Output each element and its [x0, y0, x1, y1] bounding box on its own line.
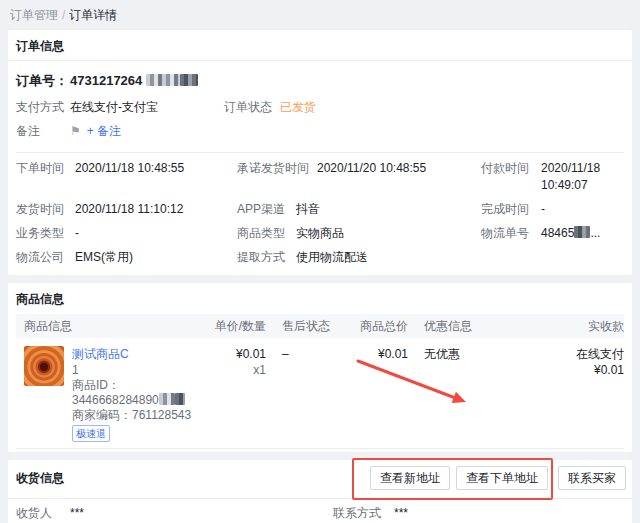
app-channel-label: APP渠道: [237, 201, 288, 218]
aftersale-status-cell: –: [266, 346, 348, 442]
product-type-label: 商品类型: [237, 225, 288, 242]
delivery-buttons: 查看新地址 查看下单地址 联系买家: [370, 466, 626, 490]
product-thumbnail[interactable]: [24, 346, 64, 386]
view-order-address-button[interactable]: 查看下单地址: [456, 466, 548, 490]
promise-ship-time-value: 2020/11/20 10:48:55: [317, 160, 426, 177]
unit-price-qty-cell: ¥0.01 x1: [206, 346, 266, 442]
redacted-tracking-no-block: [574, 226, 590, 238]
pay-time-field: 付款时间 2020/11/18 10:49:07: [481, 156, 624, 197]
receiver-value: ***: [70, 505, 84, 522]
remark-row: 备注 ⚑ + 备注: [16, 123, 624, 140]
product-name-link[interactable]: 测试商品C: [72, 346, 206, 363]
complete-time-field: 完成时间 -: [481, 197, 624, 221]
delivery-info-panel: 收货信息 查看新地址 查看下单地址 联系买家 收货人 *** 联系方式 *** …: [8, 460, 632, 523]
contact-value: ***: [394, 505, 408, 522]
receiver-label: 收货人: [16, 505, 66, 522]
receiver-field: 收货人 ***: [16, 501, 333, 523]
product-table-header: 商品信息 单价/数量 售后状态 商品总价 优惠信息 实收款: [16, 314, 624, 338]
pickup-method-value: 使用物流配送: [296, 249, 368, 266]
order-number-value: 4731217264: [70, 73, 142, 88]
total-price-cell: ¥0.01: [348, 346, 408, 442]
col-header-paid-amount: 实收款: [498, 314, 624, 338]
product-id-line: 商品ID：3446668284890: [72, 378, 206, 408]
redacted-order-number-block: [146, 74, 180, 86]
view-new-address-button[interactable]: 查看新地址: [370, 466, 450, 490]
col-header-product-info: 商品信息: [16, 314, 206, 338]
product-cell: 测试商品C 1 商品ID：3446668284890 商家编码：76112854…: [16, 346, 206, 442]
payment-type: 在线支付: [498, 346, 624, 362]
order-number-line: 订单号：4731217264: [16, 72, 624, 90]
contact-label: 联系方式: [333, 505, 381, 522]
payment-method-value: 在线支付-支付宝: [70, 99, 158, 116]
tracking-no-label: 物流单号: [481, 225, 529, 242]
order-time-value: 2020/11/18 10:48:55: [75, 160, 184, 177]
order-status-label: 订单状态: [224, 99, 272, 116]
order-status-badge: 已发货: [280, 99, 316, 116]
payment-method-field: 支付方式 在线支付-支付宝: [16, 99, 224, 116]
order-time-label: 下单时间: [16, 160, 67, 177]
breadcrumb-order-management[interactable]: 订单管理: [10, 8, 58, 22]
complete-time-value: -: [541, 201, 545, 218]
delivery-info-title: 收货信息: [16, 470, 370, 487]
payment-method-label: 支付方式: [16, 99, 66, 116]
paid-amount: ¥0.01: [498, 362, 624, 378]
discount-cell: 无优惠: [408, 346, 498, 442]
delivery-info-header: 收货信息 查看新地址 查看下单地址 联系买家: [8, 460, 632, 498]
unit-price: ¥0.01: [206, 346, 266, 362]
complete-time-label: 完成时间: [481, 201, 529, 218]
redacted-product-id-block: [175, 393, 185, 405]
highlighted-buttons: 查看新地址 查看下单地址: [370, 466, 548, 490]
promise-ship-time-field: 承诺发货时间 2020/11/20 10:48:55: [237, 156, 481, 197]
divider: [16, 448, 624, 452]
col-header-unit-price-qty: 单价/数量: [206, 314, 266, 338]
business-type-label: 业务类型: [16, 225, 67, 242]
col-header-aftersale-status: 售后状态: [266, 314, 348, 338]
app-channel-value: 抖音: [296, 201, 320, 218]
breadcrumb-order-detail: 订单详情: [69, 8, 117, 22]
business-type-field: 业务类型 -: [16, 221, 237, 245]
logistics-company-field: 物流公司 EMS(常用): [16, 245, 237, 269]
pay-time-label: 付款时间: [481, 160, 529, 177]
pay-time-value: 2020/11/18 10:49:07: [541, 160, 624, 194]
paid-amount-cell: 在线支付 ¥0.01: [498, 346, 624, 442]
pickup-method-label: 提取方式: [237, 249, 288, 266]
order-info-title: 订单信息: [8, 30, 632, 61]
promise-ship-time-label: 承诺发货时间: [237, 160, 309, 177]
order-status-field: 订单状态 已发货: [224, 99, 316, 116]
merchant-code-line: 商家编码：761128543: [72, 408, 206, 423]
order-info-panel: 订单信息 订单号：4731217264 支付方式 在线支付-支付宝 订单状态 已…: [8, 30, 632, 275]
product-info-title: 商品信息: [8, 283, 632, 314]
divider: [8, 498, 632, 499]
remark-field: 备注 ⚑ + 备注: [16, 123, 224, 140]
logistics-company-value: EMS(常用): [75, 249, 133, 266]
redacted-product-id-block: [159, 393, 175, 405]
col-header-total-price: 商品总价: [348, 314, 408, 338]
ship-time-label: 发货时间: [16, 201, 67, 218]
fast-refund-tag: 极速退: [72, 425, 110, 442]
contact-buyer-button[interactable]: 联系买家: [558, 466, 626, 490]
product-table: 商品信息 单价/数量 售后状态 商品总价 优惠信息 实收款 测试商品C 1 商品…: [8, 314, 632, 442]
breadcrumb: 订单管理/订单详情: [0, 0, 640, 30]
tracking-no-field: 物流单号 48465...: [481, 221, 624, 245]
order-info-body: 订单号：4731217264 支付方式 在线支付-支付宝 订单状态 已发货 备注…: [8, 72, 632, 275]
order-time-field: 下单时间 2020/11/18 10:48:55: [16, 156, 237, 197]
redacted-order-number-block: [180, 74, 198, 86]
add-remark-link[interactable]: + 备注: [87, 123, 121, 140]
delivery-detail-grid: 收货人 *** 联系方式 *** 收货地址 *** 用户留言 -: [8, 501, 632, 523]
logistics-company-label: 物流公司: [16, 249, 67, 266]
tracking-no-suffix: ...: [590, 226, 600, 240]
quantity: x1: [206, 362, 266, 378]
ship-time-field: 发货时间 2020/11/18 11:10:12: [16, 197, 237, 221]
flag-icon[interactable]: ⚑: [70, 123, 81, 140]
payment-status-row: 支付方式 在线支付-支付宝 订单状态 已发货: [16, 99, 624, 116]
product-info-panel: 商品信息 商品信息 单价/数量 售后状态 商品总价 优惠信息 实收款 测试商品C…: [8, 283, 632, 452]
product-type-value: 实物商品: [296, 225, 344, 242]
product-row: 测试商品C 1 商品ID：3446668284890 商家编码：76112854…: [16, 338, 624, 442]
col-header-discount-info: 优惠信息: [408, 314, 498, 338]
app-channel-field: APP渠道 抖音: [237, 197, 481, 221]
order-number-label: 订单号：: [16, 73, 68, 88]
pickup-method-field: 提取方式 使用物流配送: [237, 245, 481, 269]
product-spec: 1: [72, 363, 206, 378]
product-type-field: 商品类型 实物商品: [237, 221, 481, 245]
contact-field: 联系方式 ***: [333, 501, 624, 523]
